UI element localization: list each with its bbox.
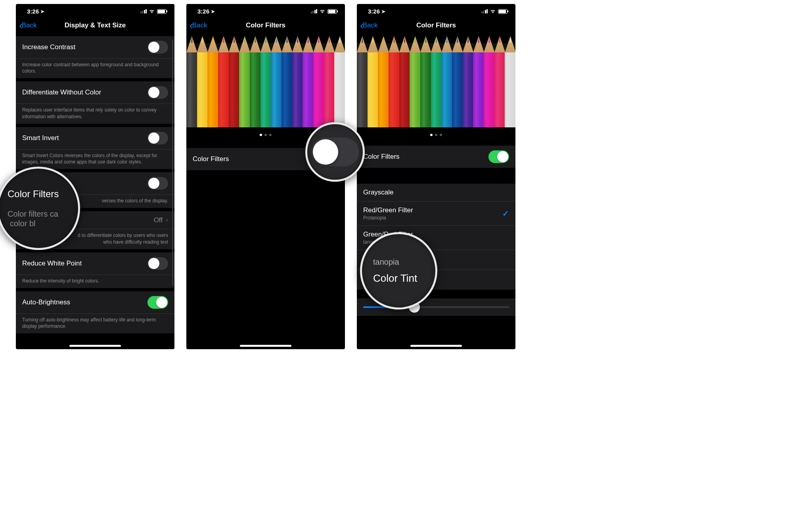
cellular-icon	[481, 9, 488, 13]
pencil	[484, 36, 495, 127]
pencil	[463, 36, 474, 127]
battery-icon	[157, 9, 167, 14]
page-title: Display & Text Size	[16, 21, 174, 29]
toggle-diff-without-color[interactable]	[147, 86, 168, 99]
color-filters-value: Off	[154, 216, 163, 224]
pencil	[473, 36, 484, 127]
scrollbar[interactable]	[172, 40, 173, 286]
pencil	[368, 36, 379, 127]
callout-color-tint: tanopia Color Tint	[360, 232, 437, 310]
row-color-filters-toggle[interactable]: Color Filters	[357, 146, 515, 168]
battery-icon	[327, 9, 337, 14]
status-time: 3:26	[197, 8, 209, 15]
pencil	[410, 36, 421, 127]
pencil	[218, 36, 229, 127]
location-icon: ➤	[381, 9, 385, 14]
pencil	[431, 36, 442, 127]
battery-icon	[498, 9, 508, 14]
toggle-large-icon	[311, 138, 359, 166]
toggle-classic-invert[interactable]	[147, 177, 168, 190]
pencil	[271, 36, 282, 127]
pencil	[282, 36, 293, 127]
callout-toggle-off	[305, 122, 365, 182]
chevron-right-icon: ›	[166, 216, 168, 224]
row-grayscale[interactable]: Grayscale	[357, 184, 515, 202]
callout-color-filters-row: Color Filters Color filters ca color bl	[0, 167, 80, 250]
pencil	[505, 36, 515, 127]
checkmark-icon: ✓	[502, 209, 509, 218]
location-icon: ➤	[211, 9, 215, 14]
page-indicator[interactable]	[357, 127, 515, 140]
status-bar: 3:26 ➤	[186, 4, 345, 16]
wifi-icon	[319, 8, 326, 15]
status-bar: 3:26 ➤	[357, 4, 515, 16]
back-button[interactable]: ‹ Back	[190, 20, 207, 31]
row-diff-without-color[interactable]: Differentiate Without Color	[16, 81, 174, 104]
pencil	[389, 36, 400, 127]
toggle-auto-brightness[interactable]	[147, 296, 168, 309]
pencils-preview[interactable]	[186, 36, 345, 127]
row-increase-contrast[interactable]: Increase Contrast	[16, 36, 174, 59]
back-label: Back	[363, 21, 378, 29]
row-auto-brightness[interactable]: Auto-Brightness	[16, 291, 174, 314]
page-title: Color Filters	[357, 21, 515, 29]
row-reduce-white-point[interactable]: Reduce White Point	[16, 252, 174, 275]
home-indicator[interactable]	[69, 345, 121, 347]
pencil	[357, 36, 368, 127]
pencil	[239, 36, 250, 127]
back-label: Back	[22, 21, 37, 29]
wifi-icon	[490, 8, 496, 15]
page-title: Color Filters	[186, 21, 345, 29]
pencil	[292, 36, 303, 127]
pencil	[313, 36, 324, 127]
pencil	[250, 36, 261, 127]
nav-bar: ‹ Back Color Filters	[186, 16, 345, 36]
pencil	[441, 36, 452, 127]
pencils-preview[interactable]	[357, 36, 515, 127]
pencil	[303, 36, 314, 127]
wifi-icon	[149, 8, 155, 15]
footer-diff-without-color: Replaces user interface items that rely …	[16, 104, 174, 123]
back-button[interactable]: ‹ Back	[19, 20, 36, 31]
footer-auto-brightness: Turning off auto-brightness may affect b…	[16, 314, 174, 333]
cellular-icon	[311, 9, 318, 13]
home-indicator[interactable]	[410, 345, 462, 347]
footer-increase-contrast: Increase color contrast between app fore…	[16, 59, 174, 78]
status-time: 3:26	[368, 8, 380, 15]
pencil	[207, 36, 218, 127]
pencil	[378, 36, 389, 127]
row-smart-invert[interactable]: Smart Invert	[16, 127, 174, 150]
toggle-reduce-white-point[interactable]	[147, 257, 168, 270]
pencil	[324, 36, 335, 127]
back-button[interactable]: ‹ Back	[360, 20, 377, 31]
toggle-color-filters[interactable]	[488, 150, 509, 163]
back-label: Back	[192, 21, 207, 29]
pencil	[334, 36, 345, 127]
footer-smart-invert: Smart Invert Colors reverses the colors …	[16, 150, 174, 169]
status-bar: 3:26 ➤	[16, 4, 174, 16]
pencil	[494, 36, 506, 127]
pencil	[186, 36, 197, 127]
nav-bar: ‹ Back Color Filters	[357, 16, 515, 36]
location-icon: ➤	[40, 9, 44, 14]
pencil	[399, 36, 410, 127]
toggle-smart-invert[interactable]	[147, 132, 168, 144]
cellular-icon	[140, 9, 147, 13]
row-red-green[interactable]: Red/Green Filter Protanopia ✓	[357, 202, 515, 226]
pencil	[452, 36, 463, 127]
footer-rwp: Reduce the intensity of bright colors.	[16, 275, 174, 288]
pencil	[260, 36, 272, 127]
pencil	[197, 36, 208, 127]
nav-bar: ‹ Back Display & Text Size	[16, 16, 174, 36]
home-indicator[interactable]	[240, 345, 291, 347]
toggle-increase-contrast[interactable]	[147, 41, 168, 54]
pencil	[420, 36, 431, 127]
status-time: 3:26	[27, 8, 39, 15]
pencil	[229, 36, 240, 127]
